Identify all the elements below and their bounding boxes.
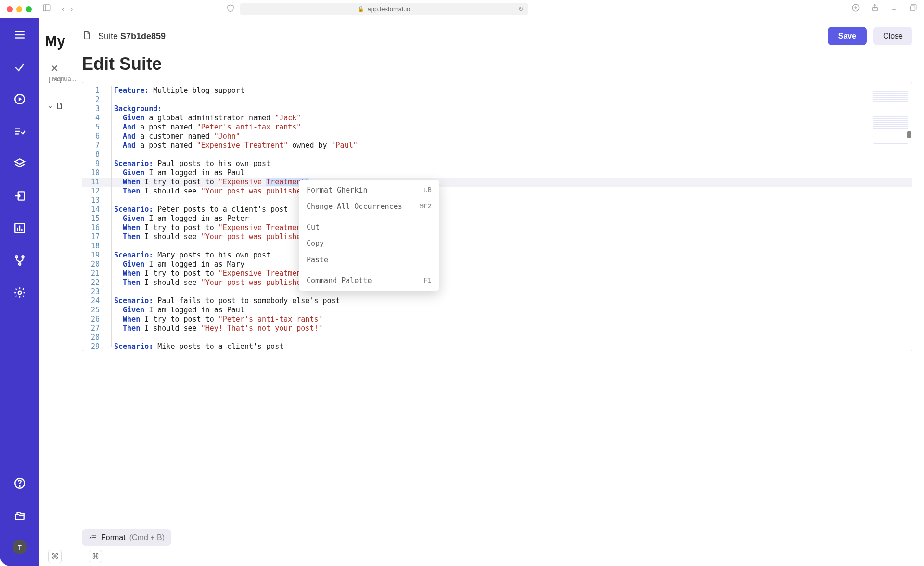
context-menu[interactable]: Format Gherkin⌘BChange All Occurrences⌘F… (299, 180, 439, 291)
left-rail: T (0, 18, 39, 566)
close-window-icon[interactable] (7, 6, 13, 12)
suite-titlebar: Suite S7b1de859 Save Close (70, 18, 924, 45)
indent-icon (89, 533, 97, 542)
import-icon[interactable] (12, 188, 27, 204)
svg-point-20 (22, 256, 24, 257)
context-menu-item[interactable]: Change All Occurrences⌘F2 (299, 198, 439, 215)
svg-marker-9 (19, 97, 22, 102)
code-editor[interactable]: 1234567891011121314151617181920212223242… (82, 82, 912, 351)
context-menu-item[interactable]: Format Gherkin⌘B (299, 182, 439, 198)
cmd-badges: ⌘ ⌘ (48, 550, 102, 563)
url-bar[interactable]: 🔒 app.testomat.io ↻ (240, 3, 528, 15)
close-icon[interactable]: ✕ (49, 63, 62, 74)
svg-rect-0 (43, 5, 50, 11)
folders-icon[interactable] (12, 508, 27, 523)
svg-point-22 (18, 291, 22, 295)
save-button[interactable]: Save (828, 27, 867, 45)
sidebar-toggle-icon[interactable] (42, 3, 51, 14)
format-hint: (Cmd + B) (129, 533, 165, 542)
suite-label: Suite S7b1de859 (98, 31, 166, 41)
new-tab-icon[interactable]: ＋ (890, 3, 898, 14)
url-text: app.testomat.io (367, 5, 410, 13)
settings-icon[interactable] (12, 285, 27, 300)
avatar[interactable]: T (13, 540, 27, 554)
gutter: 1234567891011121314151617181920212223242… (82, 86, 108, 351)
analytics-icon[interactable] (12, 220, 27, 236)
suite-prefix: Suite (98, 31, 120, 41)
partial-tab-label: Manua... (52, 75, 77, 82)
lock-icon: 🔒 (358, 6, 364, 12)
file-icon (55, 102, 63, 110)
suite-id: S7b1de859 (120, 31, 166, 41)
nav-buttons: ‹ › (62, 4, 73, 14)
context-menu-item[interactable]: Paste (299, 252, 439, 268)
page-title: Edit Suite (70, 45, 924, 82)
back-icon[interactable]: ‹ (62, 4, 64, 14)
context-menu-item[interactable]: Cut (299, 219, 439, 235)
chevron-down-icon: ⌄ (47, 101, 53, 110)
file-icon (82, 30, 91, 42)
cmd-key-icon: ⌘ (48, 550, 62, 563)
reload-icon[interactable]: ↻ (518, 5, 524, 13)
tabs-overview-icon[interactable] (909, 3, 917, 14)
svg-point-24 (19, 486, 20, 486)
context-menu-item[interactable]: Command PaletteF1 (299, 272, 439, 289)
context-menu-item[interactable]: Copy (299, 235, 439, 252)
check-icon[interactable] (12, 59, 27, 75)
tree-toggle[interactable]: ⌄ (47, 101, 63, 110)
traffic-lights (7, 6, 32, 12)
svg-rect-4 (911, 6, 915, 11)
minimize-window-icon[interactable] (16, 6, 22, 12)
gutter-border (111, 86, 112, 347)
project-column: My ✕ [Esc] ⌄ (39, 18, 70, 566)
minimap[interactable] (873, 86, 908, 144)
forward-icon[interactable]: › (70, 4, 73, 14)
code-body[interactable]: Feature: Multiple blog supportBackground… (114, 86, 869, 351)
app: T My ✕ [Esc] ⌄ Manua... Suite S7b1de859 … (0, 18, 924, 566)
layers-icon[interactable] (12, 156, 27, 171)
svg-point-19 (15, 256, 17, 257)
hamburger-icon[interactable] (12, 27, 27, 42)
main-panel: Manua... Suite S7b1de859 Save Close Edit… (70, 18, 924, 566)
cmd-key-icon: ⌘ (89, 550, 102, 563)
close-button[interactable]: Close (873, 27, 912, 45)
fullscreen-window-icon[interactable] (26, 6, 32, 12)
browser-chrome: ‹ › 🔒 app.testomat.io ↻ ＋ (0, 0, 924, 18)
play-icon[interactable] (12, 91, 27, 107)
project-title-partial: My (45, 33, 65, 50)
downloads-icon[interactable] (851, 3, 860, 14)
minimap-viewport[interactable] (907, 131, 911, 138)
format-button[interactable]: Format (Cmd + B) (82, 529, 171, 546)
chrome-right-icons: ＋ (851, 3, 917, 14)
svg-marker-13 (15, 159, 25, 164)
svg-point-21 (19, 263, 21, 265)
checklist-icon[interactable] (12, 124, 27, 139)
share-icon[interactable] (871, 3, 879, 14)
branches-icon[interactable] (12, 253, 27, 268)
tracking-shield-icon[interactable] (226, 4, 235, 14)
format-label: Format (101, 533, 126, 542)
help-icon[interactable] (12, 476, 27, 491)
